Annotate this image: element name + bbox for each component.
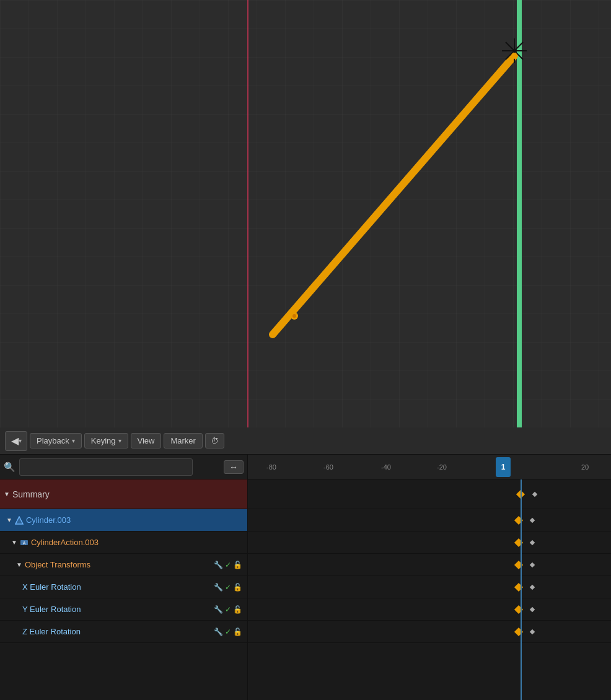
object-transforms-icons: 🔧 ✓ 🔓 bbox=[214, 561, 242, 569]
keyframe-row-zeuler bbox=[248, 621, 611, 643]
current-frame-number: 1 bbox=[501, 463, 506, 471]
channel-list-padding bbox=[0, 643, 247, 700]
summary-label: Summary bbox=[12, 489, 242, 499]
keyframe-cylinder003-right bbox=[530, 517, 535, 522]
y-euler-label: Y Euler Rotation bbox=[22, 605, 214, 614]
check-icon-xeuler: ✓ bbox=[225, 583, 231, 592]
object-mesh-icon bbox=[15, 516, 24, 525]
playback-label: Playback bbox=[37, 436, 69, 445]
nav-chevron-icon: ▾ bbox=[19, 437, 22, 444]
channel-row-y-euler[interactable]: Y Euler Rotation 🔧 ✓ 🔓 bbox=[0, 598, 247, 621]
lock-icon-zeuler: 🔓 bbox=[233, 628, 242, 636]
current-frame-line bbox=[521, 479, 522, 700]
channel-row-cylinderaction003[interactable]: ▼ A CylinderAction.003 bbox=[0, 532, 247, 554]
marker-menu-button[interactable]: Marker bbox=[164, 433, 202, 448]
3d-viewport[interactable] bbox=[0, 0, 611, 427]
svg-point-11 bbox=[511, 53, 517, 59]
viewport-overlay bbox=[0, 0, 611, 427]
keyframe-xeuler-right bbox=[530, 584, 535, 589]
check-icon-zeuler: ✓ bbox=[225, 628, 231, 636]
keying-menu-button[interactable]: Keying ▾ bbox=[84, 433, 128, 448]
current-frame-marker: 1 bbox=[496, 457, 511, 477]
keyframe-row-action bbox=[248, 532, 611, 554]
lock-icon-transforms: 🔓 bbox=[233, 561, 242, 569]
keying-label: Keying bbox=[91, 436, 116, 445]
z-euler-label: Z Euler Rotation bbox=[22, 627, 214, 636]
keyframe-empty-rows bbox=[248, 643, 611, 700]
svg-marker-13 bbox=[15, 517, 23, 524]
wrench-icon-zeuler: 🔧 bbox=[214, 628, 223, 636]
keyframe-zeuler-right bbox=[530, 629, 535, 634]
tick-minus20: -20 bbox=[437, 463, 447, 471]
channel-row-summary[interactable]: ▼ Summary bbox=[0, 479, 247, 509]
channel-row-x-euler[interactable]: X Euler Rotation 🔧 ✓ 🔓 bbox=[0, 576, 247, 598]
keyframe-row-xeuler bbox=[248, 576, 611, 598]
keyframe-row-cylinder003 bbox=[248, 509, 611, 532]
lock-icon-yeuler: 🔓 bbox=[233, 605, 242, 614]
svg-text:A: A bbox=[23, 541, 26, 545]
tick-minus40: -40 bbox=[381, 463, 391, 471]
channel-list: ▼ Summary ▼ Cylinder.003 ▼ A CylinderAct… bbox=[0, 479, 248, 700]
keyframe-transforms-right bbox=[530, 562, 535, 567]
keyframe-action-right bbox=[530, 540, 535, 545]
channel-row-cylinder003[interactable]: ▼ Cylinder.003 bbox=[0, 509, 247, 532]
keyframe-row-transforms bbox=[248, 554, 611, 576]
check-icon-transforms: ✓ bbox=[225, 561, 231, 569]
object-transforms-collapse-icon: ▼ bbox=[16, 561, 22, 568]
playback-chevron-icon: ▾ bbox=[72, 437, 75, 444]
timer-icon: ⏱ bbox=[211, 436, 219, 445]
wrench-icon-yeuler: 🔧 bbox=[214, 605, 223, 614]
object-transforms-label: Object Transforms bbox=[25, 560, 214, 569]
summary-collapse-icon: ▼ bbox=[4, 491, 10, 497]
view-label: View bbox=[138, 436, 155, 445]
timeline-header: 🔍 ↔ -80 -60 -40 -20 1 20 bbox=[0, 455, 611, 479]
x-euler-icons: 🔧 ✓ 🔓 bbox=[214, 583, 242, 592]
lock-icon-xeuler: 🔓 bbox=[233, 583, 242, 592]
search-area: 🔍 ↔ bbox=[0, 455, 248, 479]
keyframe-area[interactable] bbox=[248, 479, 611, 700]
keyframe-yeuler-right bbox=[530, 606, 535, 611]
action-collapse-icon: ▼ bbox=[11, 539, 17, 546]
keying-chevron-icon: ▾ bbox=[118, 437, 121, 444]
playback-menu-button[interactable]: Playback ▾ bbox=[30, 433, 82, 448]
search-icon: 🔍 bbox=[4, 462, 15, 473]
keyframe-summary-right bbox=[532, 491, 537, 496]
cylinderaction003-label: CylinderAction.003 bbox=[31, 538, 242, 547]
x-euler-label: X Euler Rotation bbox=[22, 582, 214, 592]
wrench-icon-xeuler: 🔧 bbox=[214, 583, 223, 592]
view-menu-button[interactable]: View bbox=[131, 433, 162, 448]
action-icon: A bbox=[20, 538, 29, 547]
y-euler-icons: 🔧 ✓ 🔓 bbox=[214, 605, 242, 614]
channel-area: ▼ Summary ▼ Cylinder.003 ▼ A CylinderAct… bbox=[0, 479, 611, 700]
search-input[interactable] bbox=[19, 458, 193, 476]
timer-button[interactable]: ⏱ bbox=[205, 433, 224, 448]
tick-minus60: -60 bbox=[323, 463, 333, 471]
tick-minus80: -80 bbox=[266, 463, 276, 471]
marker-label: Marker bbox=[170, 436, 195, 445]
swap-button[interactable]: ↔ bbox=[224, 460, 244, 474]
check-icon-yeuler: ✓ bbox=[225, 605, 231, 614]
tick-20: 20 bbox=[581, 463, 589, 471]
nav-back-icon: ◀ bbox=[11, 435, 19, 447]
channel-row-object-transforms[interactable]: ▼ Object Transforms 🔧 ✓ 🔓 bbox=[0, 554, 247, 576]
cylinder003-collapse-icon: ▼ bbox=[6, 517, 12, 523]
channel-row-z-euler[interactable]: Z Euler Rotation 🔧 ✓ 🔓 bbox=[0, 621, 247, 643]
cylinder003-label: Cylinder.003 bbox=[26, 515, 242, 525]
z-euler-icons: 🔧 ✓ 🔓 bbox=[214, 628, 242, 636]
svg-point-6 bbox=[292, 314, 296, 318]
timeline-toolbar: ◀ ▾ Playback ▾ Keying ▾ View Marker ⏱ bbox=[0, 427, 611, 455]
keyframe-row-summary bbox=[248, 479, 611, 509]
keyframe-row-yeuler bbox=[248, 598, 611, 621]
time-ruler[interactable]: -80 -60 -40 -20 1 20 bbox=[248, 455, 611, 479]
nav-back-button[interactable]: ◀ ▾ bbox=[5, 431, 27, 451]
wrench-icon-transforms: 🔧 bbox=[214, 561, 223, 569]
